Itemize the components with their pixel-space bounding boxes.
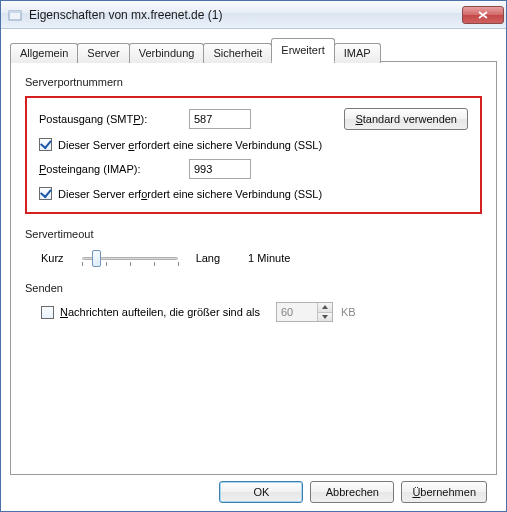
- group-server-timeout: Servertimeout Kurz Lang: [25, 228, 482, 268]
- chevron-up-icon: [322, 305, 328, 309]
- tab-sicherheit[interactable]: Sicherheit: [203, 43, 272, 63]
- svg-rect-1: [9, 11, 21, 13]
- imap-ssl-label: Dieser Server erfordert eine sichere Ver…: [58, 188, 322, 200]
- group-server-ports: Serverportnummern Postausgang (SMTP): St…: [25, 76, 482, 214]
- window-title: Eigenschaften von mx.freenet.de (1): [29, 8, 462, 22]
- window-close-button[interactable]: [462, 6, 504, 24]
- split-messages-label: Nachrichten aufteilen, die größer sind a…: [60, 306, 260, 318]
- chevron-down-icon: [322, 315, 328, 319]
- group-label-ports: Serverportnummern: [25, 76, 482, 88]
- tab-erweitert[interactable]: Erweitert: [271, 38, 334, 62]
- smtp-label: Postausgang (SMTP):: [39, 113, 189, 125]
- spinner-up[interactable]: [318, 303, 332, 312]
- use-defaults-button[interactable]: Standard verwenden: [344, 108, 468, 130]
- timeout-slider[interactable]: [82, 248, 178, 268]
- slider-thumb[interactable]: [92, 250, 101, 267]
- smtp-ssl-checkbox[interactable]: [39, 138, 52, 151]
- client-area: Allgemein Server Verbindung Sicherheit E…: [1, 29, 506, 511]
- tab-server[interactable]: Server: [77, 43, 129, 63]
- imap-label: Posteingang (IMAP):: [39, 163, 189, 175]
- tab-panel-erweitert: Serverportnummern Postausgang (SMTP): St…: [10, 61, 497, 475]
- timeout-long-label: Lang: [196, 252, 220, 264]
- close-icon: [478, 11, 488, 19]
- tab-imap[interactable]: IMAP: [334, 43, 381, 63]
- split-messages-checkbox[interactable]: [41, 306, 54, 319]
- split-size-input[interactable]: [277, 303, 317, 321]
- smtp-ssl-label: Dieser Server erfordert eine sichere Ver…: [58, 139, 322, 151]
- smtp-port-input[interactable]: [189, 109, 251, 129]
- titlebar[interactable]: Eigenschaften von mx.freenet.de (1): [1, 1, 506, 29]
- dialog-button-row: OK Abbrechen Übernehmen: [10, 475, 497, 503]
- window-icon: [7, 7, 23, 23]
- imap-ssl-checkbox[interactable]: [39, 187, 52, 200]
- split-unit-label: KB: [341, 306, 356, 318]
- ports-highlight: Postausgang (SMTP): Standard verwenden D…: [25, 96, 482, 214]
- imap-port-input[interactable]: [189, 159, 251, 179]
- properties-dialog: Eigenschaften von mx.freenet.de (1) Allg…: [0, 0, 507, 512]
- ok-button[interactable]: OK: [219, 481, 303, 503]
- spinner-down[interactable]: [318, 312, 332, 322]
- tab-verbindung[interactable]: Verbindung: [129, 43, 205, 63]
- tabstrip: Allgemein Server Verbindung Sicherheit E…: [10, 38, 497, 62]
- timeout-short-label: Kurz: [41, 252, 64, 264]
- group-label-timeout: Servertimeout: [25, 228, 482, 240]
- timeout-value-label: 1 Minute: [248, 252, 290, 264]
- cancel-button[interactable]: Abbrechen: [310, 481, 394, 503]
- split-size-spinner[interactable]: [276, 302, 333, 322]
- group-label-send: Senden: [25, 282, 482, 294]
- tab-allgemein[interactable]: Allgemein: [10, 43, 78, 63]
- group-send: Senden Nachrichten aufteilen, die größer…: [25, 282, 482, 322]
- apply-button[interactable]: Übernehmen: [401, 481, 487, 503]
